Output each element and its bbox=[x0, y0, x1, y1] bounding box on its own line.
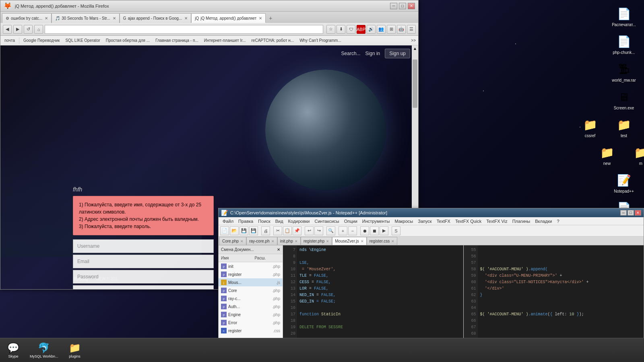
npp-cut-btn[interactable]: ✂ bbox=[273, 226, 282, 235]
mysql-taskbar-item[interactable]: 🐬 MySQL Workbn... bbox=[27, 341, 62, 360]
file-item-0[interactable]: p init .php bbox=[219, 262, 283, 270]
email-input[interactable] bbox=[73, 255, 214, 268]
npp-tab-0-close[interactable]: ✕ bbox=[240, 239, 244, 243]
bookmark-1[interactable]: Google Переводчик bbox=[22, 37, 61, 43]
npp-saveall-btn[interactable]: 💾 bbox=[249, 226, 258, 235]
browser-maximize-btn[interactable]: □ bbox=[399, 3, 406, 9]
npp-zoomin-btn[interactable]: + bbox=[339, 226, 347, 235]
menu-tabs[interactable]: Вкладки bbox=[533, 218, 554, 224]
bookmark-7[interactable]: Why Can't Programm... bbox=[298, 37, 343, 43]
npp-print-btn[interactable]: 🖨 bbox=[261, 226, 270, 235]
bookmark-5[interactable]: Интернет-планшет Ir... bbox=[202, 37, 248, 43]
menu-tools[interactable]: Инструменты bbox=[360, 218, 392, 224]
menu-view[interactable]: Вид bbox=[273, 218, 286, 224]
tab-1-close[interactable]: ✕ bbox=[113, 16, 116, 21]
filetree-close-btn[interactable]: ✕ bbox=[277, 247, 280, 252]
menu-help[interactable]: ? bbox=[554, 218, 561, 224]
m-desktop-icon[interactable]: 📁 m bbox=[625, 143, 644, 167]
npp-close-btn[interactable]: ✕ bbox=[635, 210, 641, 216]
retype-password-input[interactable] bbox=[73, 285, 214, 289]
menu-macros[interactable]: Макросы bbox=[392, 218, 415, 224]
file-item-1[interactable]: p register .php bbox=[219, 270, 283, 278]
plugins-taskbar-item[interactable]: 📁 plugins bbox=[66, 341, 84, 360]
grid-btn[interactable]: ⊞ bbox=[387, 25, 396, 34]
menu-encoding[interactable]: Кодировки bbox=[286, 218, 312, 224]
android-btn[interactable]: 🤖 bbox=[397, 25, 406, 34]
bookmarks-more-btn[interactable]: >> bbox=[411, 38, 416, 43]
scroll-thumb[interactable] bbox=[413, 60, 417, 108]
tab-3-close[interactable]: ✕ bbox=[259, 16, 262, 21]
file-item-5[interactable]: p Auth... .php bbox=[219, 302, 283, 311]
reload-btn[interactable]: ↺ bbox=[24, 25, 33, 34]
menu-plugins[interactable]: Плагины bbox=[510, 218, 533, 224]
bookmark-btn[interactable]: ☆ bbox=[326, 25, 335, 34]
notepad-desktop-icon[interactable]: 📝 Notepad++ bbox=[608, 171, 640, 195]
npp-redo-btn[interactable]: ↪ bbox=[314, 226, 323, 235]
search-nav-btn[interactable]: Search... bbox=[341, 51, 361, 56]
file-item-2[interactable]: j Mous... .js bbox=[219, 278, 283, 286]
menu-run[interactable]: Запуск bbox=[415, 218, 434, 224]
back-btn[interactable]: ◀ bbox=[3, 25, 12, 34]
browser-tab-0[interactable]: ⚙ ошибок try catc... ✕ bbox=[2, 13, 52, 23]
npp-zoomout-btn[interactable]: − bbox=[348, 226, 357, 235]
bookmark-2[interactable]: SQL LIKE Operator bbox=[64, 37, 101, 43]
menu-btn[interactable]: ☰ bbox=[407, 25, 416, 34]
menu-options[interactable]: Опции bbox=[342, 218, 360, 224]
username-input[interactable] bbox=[73, 239, 214, 253]
screenexe-desktop-icon[interactable]: 🖥 Screen.exe bbox=[608, 87, 640, 112]
new-desktop-icon[interactable]: 📁 new bbox=[591, 143, 623, 167]
skype-taskbar-item[interactable]: 💬 Skype bbox=[4, 341, 23, 360]
new-tab-btn[interactable]: + bbox=[266, 13, 275, 23]
url-bar[interactable] bbox=[45, 25, 323, 34]
menu-file[interactable]: Файл bbox=[220, 218, 236, 224]
npp-tab-5[interactable]: register.css ✕ bbox=[367, 237, 398, 245]
home-btn[interactable]: ⌂ bbox=[34, 25, 43, 34]
npp-tab-5-close[interactable]: ✕ bbox=[391, 239, 394, 243]
npp-minimize-btn[interactable]: ─ bbox=[620, 210, 627, 216]
abp-btn[interactable]: ABP bbox=[357, 25, 365, 34]
menu-textfx[interactable]: TextFX bbox=[434, 218, 453, 224]
browser-tab-2[interactable]: G ajax append - Поиск в Goog... ✕ bbox=[120, 13, 192, 23]
npp-sync-btn[interactable]: S bbox=[392, 226, 400, 235]
npp-tab-2[interactable]: init.php ✕ bbox=[277, 237, 301, 245]
forward-btn[interactable]: ▶ bbox=[13, 25, 22, 34]
persons-btn[interactable]: 👥 bbox=[377, 25, 386, 34]
bookmark-4[interactable]: Главная страница - п... bbox=[154, 37, 200, 43]
bookmark-3[interactable]: Простая обертка для ... bbox=[104, 37, 151, 43]
cssref-desktop-icon[interactable]: 📁 cssref bbox=[574, 115, 606, 140]
npp-open-btn[interactable]: 📂 bbox=[230, 226, 239, 235]
npp-macro-btn[interactable]: ⏺ bbox=[360, 226, 369, 235]
menu-textfxviz[interactable]: TextFX Viz bbox=[484, 218, 510, 224]
worldrar-desktop-icon[interactable]: 🗜 world_mw.rar bbox=[608, 60, 640, 84]
npp-tab-3-close[interactable]: ✕ bbox=[326, 239, 329, 243]
hobosti-desktop-icon[interactable]: 📁 hobosti bbox=[642, 115, 644, 140]
password-input[interactable] bbox=[73, 270, 214, 284]
npp-tab-1[interactable]: ray-core.ph ✕ bbox=[246, 237, 277, 245]
signup-nav-btn[interactable]: Sign up bbox=[385, 49, 410, 58]
file-item-8[interactable]: c register .css bbox=[219, 327, 283, 335]
menu-textfxquick[interactable]: TextFX Quick bbox=[453, 218, 484, 224]
npp-undo-btn[interactable]: ↩ bbox=[305, 226, 314, 235]
file-item-7[interactable]: p Error .php bbox=[219, 319, 283, 327]
menu-syntax[interactable]: Синтаксисы bbox=[312, 218, 342, 224]
npp-tab-2-close[interactable]: ✕ bbox=[295, 239, 298, 243]
test-desktop-icon[interactable]: 📁 test bbox=[608, 115, 640, 140]
npp-paste-btn[interactable]: 📌 bbox=[293, 226, 301, 235]
download-btn[interactable]: ⬇ bbox=[336, 25, 345, 34]
npp-save-btn[interactable]: 💾 bbox=[239, 226, 248, 235]
file-item-3[interactable]: p Core .php bbox=[219, 286, 283, 294]
file-item-4[interactable]: p ray-c... .php bbox=[219, 294, 283, 302]
phpchunk-desktop-icon[interactable]: 📄 php-chunk... bbox=[608, 32, 640, 56]
browser-minimize-btn[interactable]: ─ bbox=[390, 3, 397, 9]
audio-btn[interactable]: 🔊 bbox=[367, 25, 376, 34]
menu-search[interactable]: Поиск bbox=[256, 218, 272, 224]
bookmark-6[interactable]: reCAPTCHA: робот н... bbox=[250, 37, 296, 43]
menu-edit[interactable]: Правка bbox=[236, 218, 256, 224]
signin-nav-btn[interactable]: Sign in bbox=[365, 51, 380, 56]
npp-tab-4[interactable]: MouseZver.js ✕ bbox=[332, 237, 366, 245]
raspe-desktop-icon[interactable]: 📄 Распечатат... bbox=[608, 4, 640, 29]
npp-new-btn[interactable]: 📄 bbox=[220, 226, 229, 235]
npp-tab-4-close[interactable]: ✕ bbox=[361, 239, 364, 243]
npp-tab-1-close[interactable]: ✕ bbox=[271, 239, 275, 243]
npp-tab-3[interactable]: register.php ✕ bbox=[301, 237, 332, 245]
